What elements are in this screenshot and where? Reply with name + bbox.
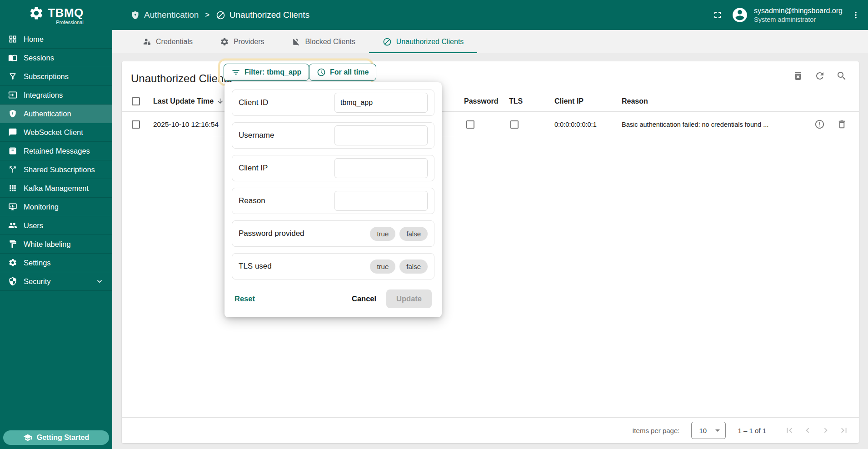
row-tls-checkbox[interactable] xyxy=(510,120,519,129)
sidebar-item-subscriptions[interactable]: Subscriptions xyxy=(0,67,112,86)
book-icon xyxy=(8,53,17,62)
items-per-page-label: Items per page: xyxy=(632,427,679,434)
prev-page-button[interactable] xyxy=(803,425,813,435)
more-menu-button[interactable] xyxy=(851,10,861,20)
row-details-button[interactable] xyxy=(814,119,825,130)
fullscreen-button[interactable] xyxy=(712,10,723,20)
delete-forever-icon xyxy=(793,70,803,81)
sidebar-item-shared-subscriptions[interactable]: Shared Subscriptions xyxy=(0,160,112,179)
tab-bar: Credentials Providers Blocked Clients Un… xyxy=(112,30,868,53)
chat-icon xyxy=(8,128,17,137)
filter-row-password-provided: Password provided true false xyxy=(232,220,434,247)
archive-icon xyxy=(8,146,17,155)
dropdown-caret-icon xyxy=(715,429,720,432)
filter-row-reason: Reason xyxy=(232,188,434,214)
sidebar-item-white-labeling[interactable]: White labeling xyxy=(0,235,112,254)
shield-icon xyxy=(8,277,17,286)
shield-lock-icon xyxy=(8,109,17,118)
sidebar-item-monitoring[interactable]: Monitoring xyxy=(0,198,112,216)
next-page-button[interactable] xyxy=(821,425,831,435)
call-split-icon xyxy=(8,165,17,174)
password-false-toggle[interactable]: false xyxy=(399,227,428,241)
graduation-cap-icon xyxy=(23,433,32,442)
pagination-bar: Items per page: 10 1 – 1 of 1 xyxy=(122,417,859,443)
sidebar-item-users[interactable]: Users xyxy=(0,216,112,235)
client-ip-input[interactable] xyxy=(334,158,428,178)
column-tls[interactable]: TLS xyxy=(509,91,523,111)
gear-icon xyxy=(8,258,17,267)
items-per-page-select[interactable]: 10 xyxy=(691,422,726,439)
reset-button[interactable]: Reset xyxy=(234,294,255,303)
filter-chip-button[interactable]: Filter: tbmq_app xyxy=(224,64,309,81)
more-vert-icon xyxy=(851,10,861,20)
sidebar-item-kafka-management[interactable]: Kafka Management xyxy=(0,179,112,198)
block-icon xyxy=(383,37,392,46)
chevron-down-icon xyxy=(95,277,104,286)
column-last-update-time[interactable]: Last Update Time xyxy=(153,91,224,111)
sidebar-item-settings[interactable]: Settings xyxy=(0,254,112,272)
refresh-button[interactable] xyxy=(814,70,825,81)
monitor-icon xyxy=(8,202,17,211)
update-button[interactable]: Update xyxy=(386,289,432,308)
row-client-ip: 0:0:0:0:0:0:0:1 xyxy=(554,112,597,137)
app-header: TBMQ Professional Authentication > Unaut… xyxy=(0,0,868,30)
cancel-button[interactable]: Cancel xyxy=(352,294,376,303)
sidebar-item-sessions[interactable]: Sessions xyxy=(0,49,112,67)
search-button[interactable] xyxy=(836,70,847,81)
filter-row-client-id: Client ID xyxy=(232,90,434,116)
funnel-icon xyxy=(8,72,17,81)
filter-row-tls-used: TLS used true false xyxy=(232,253,434,279)
avatar xyxy=(731,6,748,24)
column-client-ip[interactable]: Client IP xyxy=(554,91,584,111)
user-role: System administrator xyxy=(754,15,843,24)
row-checkbox[interactable] xyxy=(132,120,140,129)
app-edition: Professional xyxy=(29,20,84,25)
chevron-left-icon xyxy=(803,425,813,435)
page-title: Unauthorized Clients xyxy=(131,72,232,85)
breadcrumb: Authentication > Unauthorized Clients xyxy=(130,10,309,20)
filter-list-icon xyxy=(231,68,240,77)
sidebar-item-security[interactable]: Security xyxy=(0,272,112,291)
breadcrumb-separator: > xyxy=(203,11,211,19)
tab-unauthorized-clients[interactable]: Unauthorized Clients xyxy=(369,30,478,53)
shield-lock-icon xyxy=(130,10,140,20)
tls-true-toggle[interactable]: true xyxy=(370,259,395,274)
first-page-icon xyxy=(784,425,794,435)
gear-icon xyxy=(220,37,229,46)
breadcrumb-unauthorized-clients[interactable]: Unauthorized Clients xyxy=(216,10,309,20)
row-last-update-time: 2025-10-10 12:16:54 xyxy=(153,112,219,137)
column-password[interactable]: Password xyxy=(464,91,499,111)
username-input[interactable] xyxy=(334,125,428,145)
block-icon xyxy=(216,10,225,20)
getting-started-button[interactable]: Getting Started xyxy=(3,430,109,445)
row-delete-button[interactable] xyxy=(837,119,847,130)
reason-input[interactable] xyxy=(334,191,428,211)
paint-icon xyxy=(8,239,17,249)
sidebar-item-home[interactable]: Home xyxy=(0,30,112,49)
sidebar-item-authentication[interactable]: Authentication xyxy=(0,105,112,123)
row-password-checkbox[interactable] xyxy=(466,120,474,129)
sidebar-item-websocket-client[interactable]: WebSocket Client xyxy=(0,123,112,142)
app-name: TBMQ xyxy=(48,6,84,20)
sidebar-item-integrations[interactable]: Integrations xyxy=(0,86,112,105)
tls-false-toggle[interactable]: false xyxy=(399,259,428,274)
error-outline-icon xyxy=(814,119,825,130)
client-id-input[interactable] xyxy=(334,93,428,113)
tab-providers[interactable]: Providers xyxy=(206,30,278,53)
select-all-checkbox[interactable] xyxy=(132,97,140,105)
time-range-chip-button[interactable]: For all time xyxy=(309,64,376,81)
first-page-button[interactable] xyxy=(784,425,794,435)
user-menu[interactable]: sysadmin@thingsboard.org System administ… xyxy=(731,6,843,24)
user-email: sysadmin@thingsboard.org xyxy=(754,6,843,15)
filter-row-username: Username xyxy=(232,122,434,149)
delete-all-button[interactable] xyxy=(793,70,803,81)
breadcrumb-authentication[interactable]: Authentication xyxy=(130,10,199,20)
refresh-icon xyxy=(814,70,825,81)
logo[interactable]: TBMQ Professional xyxy=(0,5,112,25)
tab-credentials[interactable]: Credentials xyxy=(129,30,206,53)
sidebar-item-retained-messages[interactable]: Retained Messages xyxy=(0,142,112,160)
tab-blocked-clients[interactable]: Blocked Clients xyxy=(278,30,369,53)
last-page-button[interactable] xyxy=(839,425,849,435)
password-true-toggle[interactable]: true xyxy=(370,227,395,241)
column-reason[interactable]: Reason xyxy=(622,91,648,111)
